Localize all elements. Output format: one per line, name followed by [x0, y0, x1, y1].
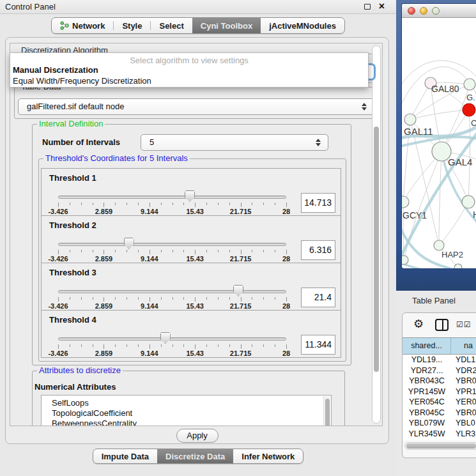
slider-track[interactable]: [58, 290, 286, 293]
list-scrollbar[interactable]: [323, 396, 330, 426]
slider-track[interactable]: [58, 196, 286, 199]
list-item[interactable]: BetweennessCentrality: [42, 418, 331, 426]
tab-impute-data[interactable]: Impute Data: [93, 449, 157, 463]
slider-thumb[interactable]: [185, 190, 195, 202]
dropdown-option-equal-width[interactable]: Equal Width/Frequency Discretization: [10, 75, 368, 86]
table-cell-shared-name[interactable]: YPR145W: [403, 387, 451, 397]
dropdown-hint: Select algorithm to view settings: [10, 53, 368, 65]
select-columns-icon[interactable]: ☑☑: [456, 320, 472, 329]
table-row[interactable]: YBL079WYBL0: [403, 418, 476, 429]
tick-mark: [115, 250, 116, 252]
network-node[interactable]: [434, 240, 444, 250]
table-panel-box: ⚙ ☑☑ shared... na YDL19...YDL1YDR27...YD…: [402, 312, 476, 458]
tick-label: 15.43: [186, 255, 204, 263]
settings-scrollbar[interactable]: [372, 45, 381, 424]
table-row[interactable]: YDL19...YDL1: [403, 355, 476, 365]
table-cell-shared-name[interactable]: YBL079W: [403, 418, 451, 429]
tab-style[interactable]: Style: [114, 18, 150, 33]
tab-jactivemnodules[interactable]: jActiveMNodules: [261, 18, 344, 33]
algorithm-dropdown-popup: Select algorithm to view settings Manual…: [10, 52, 369, 88]
threshold-value-field[interactable]: 11.344: [301, 335, 335, 355]
tab-select[interactable]: Select: [151, 18, 192, 33]
tick-mark: [81, 203, 82, 205]
table-hscrollbar[interactable]: [404, 442, 476, 450]
table-row[interactable]: YLR345WYLR3: [403, 429, 476, 440]
tab-infer-network[interactable]: Infer Network: [233, 449, 303, 463]
table-row[interactable]: YBR043CYBR0: [403, 376, 476, 387]
tick-mark: [218, 203, 219, 205]
tab-discretize-data[interactable]: Discretize Data: [157, 449, 233, 463]
minimize-traffic-light-icon[interactable]: [420, 7, 427, 15]
slider-track[interactable]: [58, 243, 286, 246]
table-data-combo[interactable]: galFiltered.sif default node: [18, 98, 374, 115]
tick-mark: [252, 250, 252, 252]
top-tab-bar: Network Style Select Cyni Toolbox jActiv…: [0, 17, 396, 34]
zoom-traffic-light-icon[interactable]: [432, 7, 440, 15]
threshold-value-field[interactable]: 14.713: [301, 193, 335, 213]
tick-label: 15.43: [186, 302, 204, 310]
tick-mark: [150, 250, 150, 254]
network-node[interactable]: [464, 79, 475, 90]
table-cell-name[interactable]: YDR2: [451, 365, 476, 376]
gear-icon[interactable]: ⚙: [413, 318, 424, 330]
network-canvas[interactable]: GAL80G.CGAL11GAL4GCY1HHAP2: [402, 18, 476, 269]
threshold-value-field[interactable]: 6.316: [301, 240, 335, 260]
table-cell-name[interactable]: YBR0: [451, 376, 476, 387]
table-row[interactable]: YBR045CYBR0: [403, 408, 476, 418]
table-cell-shared-name[interactable]: YLR345W: [403, 429, 451, 440]
slider-thumb[interactable]: [233, 285, 243, 296]
table-cell-name[interactable]: YBR0: [451, 408, 476, 418]
table-cell-name[interactable]: YER0: [451, 397, 476, 408]
table-cell-name[interactable]: YIL0: [451, 439, 476, 440]
column-layout-icon[interactable]: [435, 319, 449, 331]
table-cell-shared-name[interactable]: YER054C: [403, 397, 451, 408]
threshold-label: Threshold 3: [49, 268, 96, 277]
numerical-attributes-list[interactable]: SelfLoops TopologicalCoefficient Between…: [41, 395, 332, 426]
list-item[interactable]: TopologicalCoefficient: [42, 408, 331, 418]
tick-mark: [195, 250, 196, 254]
network-node[interactable]: [404, 114, 416, 125]
tick-mark: [173, 297, 173, 300]
network-node[interactable]: [454, 264, 462, 269]
network-node[interactable]: [402, 256, 408, 265]
slider-thumb[interactable]: [160, 332, 171, 344]
table-row[interactable]: YIL052CYIL0: [403, 439, 476, 440]
column-header-name[interactable]: na: [451, 338, 476, 354]
table-cell-shared-name[interactable]: YDL19...: [403, 355, 451, 365]
float-window-icon[interactable]: [364, 4, 371, 10]
table-cell-shared-name[interactable]: YIL052C: [403, 439, 451, 440]
slider-thumb[interactable]: [124, 238, 134, 249]
tick-mark: [93, 203, 93, 205]
table-cell-name[interactable]: YDL1: [451, 355, 476, 365]
table-cell-shared-name[interactable]: YBR043C: [403, 376, 451, 387]
table-row[interactable]: YPR145WYPR1: [403, 387, 476, 397]
table-cell-name[interactable]: YLR3: [451, 429, 476, 440]
list-item[interactable]: SelfLoops: [42, 398, 331, 408]
threshold-value-field[interactable]: 21.4: [301, 288, 335, 307]
node-label: H: [473, 210, 476, 220]
table-cell-name[interactable]: YPR1: [451, 387, 476, 397]
column-header-shared-name[interactable]: shared...: [403, 338, 451, 354]
scrollbar-thumb[interactable]: [374, 127, 379, 372]
network-node[interactable]: [463, 104, 475, 116]
network-view-window[interactable]: GAL80G.CGAL11GAL4GCY1HHAP2: [401, 3, 476, 269]
close-icon[interactable]: ×: [379, 1, 385, 12]
dropdown-option-manual[interactable]: Manual Discretization: [10, 65, 368, 75]
threshold-row: Threshold 1-3.4262.8599.14415.4321.71528…: [41, 168, 341, 216]
table-cell-shared-name[interactable]: YBR045C: [403, 408, 451, 418]
tab-cyni-toolbox[interactable]: Cyni Toolbox: [192, 18, 261, 33]
close-traffic-light-icon[interactable]: [408, 7, 415, 15]
slider-track[interactable]: [58, 337, 286, 341]
tab-network[interactable]: Network: [52, 18, 113, 33]
network-node[interactable]: [402, 196, 409, 208]
table-cell-shared-name[interactable]: YDR27...: [403, 365, 451, 376]
apply-button[interactable]: Apply: [176, 429, 219, 443]
tick-mark: [58, 203, 59, 207]
network-node[interactable]: [462, 196, 475, 208]
table-row[interactable]: YDR27...YDR2: [403, 365, 476, 376]
table-row[interactable]: YER054CYER0: [403, 397, 476, 408]
tick-mark: [263, 250, 264, 252]
scrollbar-thumb[interactable]: [406, 443, 476, 449]
number-of-intervals-combo[interactable]: 5: [141, 134, 328, 151]
table-cell-name[interactable]: YBL0: [451, 418, 476, 429]
